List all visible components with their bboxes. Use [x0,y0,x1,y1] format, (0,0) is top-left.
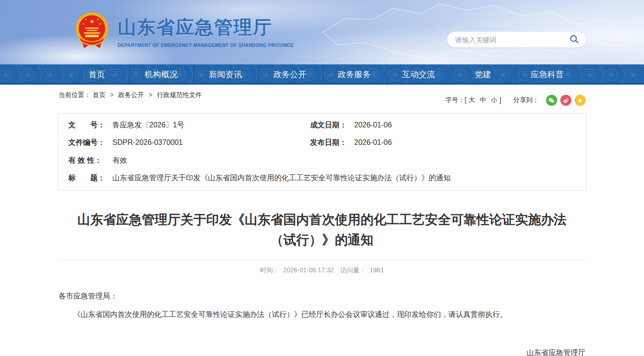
written-date-value: 2026-01-06 [354,120,581,130]
visits-value: 1961 [370,266,384,274]
nav-item-home[interactable]: 首页 [65,64,129,85]
site-subtitle: DEPARTMENT OF EMERGENCY MANAGEMENT OF SH… [118,43,294,48]
svg-text:★: ★ [97,17,99,21]
article-body: 各市应急管理局： 《山东省国内首次使用的化工工艺安全可靠性论证实施办法（试行）》… [58,290,587,356]
breadcrumb-home[interactable]: 首页 [92,91,105,98]
document-meta-table: 文 号： 鲁应急发〔2026〕1号 成文日期： 2026-01-06 文件编号：… [58,113,587,190]
page: ★ ★ ★ ★ ★ 山东省应急管理厅 DEPARTMENT OF EMERGEN… [0,0,644,356]
font-size-medium-button[interactable]: 中 [480,96,486,104]
breadcrumb-regulatory-documents[interactable]: 行政规范性文件 [157,91,202,98]
meta-row-validity: 有 效 性： 有效 [58,152,586,169]
weibo-icon [562,97,569,104]
article-meta: 时间： 2026-01-06 17:32 访问量： 1961 [58,260,587,275]
body-paragraph: 《山东省国内首次使用的化工工艺安全可靠性论证实施办法（试行）》已经厅长办公会议审… [59,308,586,321]
svg-text:★: ★ [89,18,95,25]
site-brand-text: 山东省应急管理厅 DEPARTMENT OF EMERGENCY MANAGEM… [118,15,294,48]
site-title: 山东省应急管理厅 [118,15,294,40]
doc-title-label: 标 题： [68,173,113,183]
meta-row-title: 标 题： 山东省应急管理厅关于印发《山东省国内首次使用的化工工艺安全可靠性论证实… [58,169,586,187]
breadcrumb-separator: > [110,91,114,98]
svg-text:★: ★ [99,22,102,25]
nav-item-interaction[interactable]: 互动交流 [387,64,451,85]
doc-number-label: 文 号： [68,120,113,130]
nav-item-emergency-science[interactable]: 应急科普 [515,64,580,85]
nav-item-party-building[interactable]: 党建 [451,64,515,85]
page-tools: 字号：[ 大 中 小 ] 分享到： [445,95,586,106]
breadcrumb-prefix: 当前位置： [59,91,91,98]
svg-text:★: ★ [85,17,87,21]
site-brand[interactable]: ★ ★ ★ ★ ★ 山东省应急管理厅 DEPARTMENT OF EMERGEN… [74,11,294,52]
salutation: 各市应急管理局： [59,290,586,302]
share-weibo-icon[interactable] [560,95,571,106]
meta-row-doc-number: 文 号： 鲁应急发〔2026〕1号 成文日期： 2026-01-06 [58,116,586,134]
file-code-label: 文件编号： [68,138,113,148]
doc-title-value: 山东省应急管理厅关于印发《山东省国内首次使用的化工工艺安全可靠性论证实施办法（试… [113,173,581,183]
breadcrumb-toolbar-row: 当前位置： 首页 > 政务公开 > 行政规范性文件 字号：[ 大 中 小 ] 分… [58,85,587,109]
font-size-label: 字号：[ [445,96,467,104]
site-search [447,32,586,47]
time-label: 时间： [260,266,279,274]
nav-item-org-overview[interactable]: 机构概况 [129,64,194,85]
share-label: 分享到： [513,96,539,104]
share-wechat-icon[interactable] [546,95,557,106]
validity-value: 有效 [113,155,581,166]
search-input[interactable] [447,36,567,44]
search-icon [569,34,579,44]
publish-date-value: 2026-01-06 [354,138,581,148]
written-date-label: 成文日期： [310,120,354,130]
file-code-value: SDPR-2026-0370001 [113,138,310,148]
meta-row-file-code: 文件编号： SDPR-2026-0370001 发布日期： 2026-01-06 [58,134,586,151]
time-value: 2026-01-06 17:32 [283,266,334,274]
breadcrumb: 当前位置： 首页 > 政务公开 > 行政规范性文件 [59,91,202,99]
publish-date-label: 发布日期： [310,138,354,148]
nav-item-gov-services[interactable]: 政务服务 [322,64,387,85]
main-nav: 首页 机构概况 新闻资讯 政务公开 政务服务 互动交流 党建 应急科普 [0,64,644,85]
breadcrumb-separator: > [148,91,152,98]
content: 当前位置： 首页 > 政务公开 > 行政规范性文件 字号：[ 大 中 小 ] 分… [58,85,587,356]
breadcrumb-gov-disclosure[interactable]: 政务公开 [118,91,144,98]
nav-item-gov-disclosure[interactable]: 政务公开 [258,64,322,85]
wechat-icon [548,97,555,104]
article-title: 山东省应急管理厅关于印发《山东省国内首次使用的化工工艺安全可靠性论证实施办法（试… [68,210,576,251]
national-emblem-icon: ★ ★ ★ ★ ★ [74,11,109,52]
validity-label: 有 效 性： [68,155,113,166]
site-header: ★ ★ ★ ★ ★ 山东省应急管理厅 DEPARTMENT OF EMERGEN… [0,0,644,64]
font-size-small-button[interactable]: 小 [491,96,497,104]
signature-org: 山东省应急管理厅 [59,346,586,356]
search-button[interactable] [567,32,586,47]
visits-label: 访问量： [340,266,366,274]
doc-number-value: 鲁应急发〔2026〕1号 [113,120,310,130]
main-nav-inner: 首页 机构概况 新闻资讯 政务公开 政务服务 互动交流 党建 应急科普 [65,64,580,85]
share-qzone-star-icon[interactable]: ★ [575,95,586,106]
star-icon: ★ [577,98,583,103]
svg-text:★: ★ [82,22,85,25]
nav-item-news[interactable]: 新闻资讯 [194,64,258,85]
font-size-label-close: ] [500,97,502,104]
font-size-large-button[interactable]: 大 [469,96,475,104]
